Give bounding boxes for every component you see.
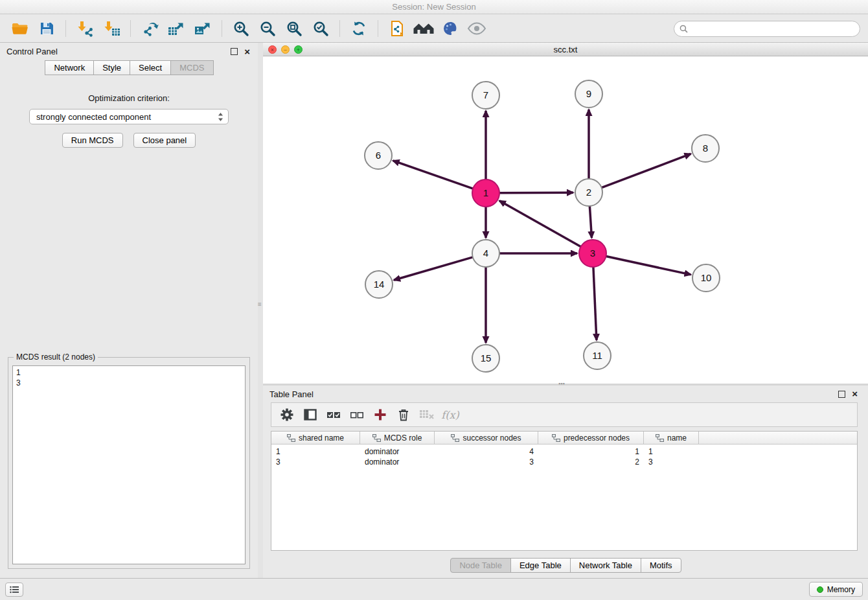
tab-mcds[interactable]: MCDS [170, 60, 213, 75]
function-builder-button[interactable]: f(x) [440, 405, 461, 424]
mcds-result-line: 3 [16, 378, 242, 388]
import-network-button[interactable] [73, 16, 97, 41]
import-network-icon [76, 20, 94, 37]
node-14[interactable]: 14 [365, 271, 393, 298]
column-header-mcds-role[interactable]: MCDS role [360, 432, 435, 444]
column-type-icon [287, 434, 295, 442]
column-header-predecessor-nodes[interactable]: predecessor nodes [538, 432, 644, 444]
float-panel-icon[interactable] [231, 48, 238, 55]
export-image-button[interactable] [190, 16, 215, 41]
table-cell: 3 [435, 457, 538, 467]
mcds-result-list: 13 [12, 365, 246, 564]
save-floppy-icon [39, 21, 54, 36]
open-session-button[interactable] [8, 16, 32, 41]
maximize-window-icon[interactable]: + [294, 45, 303, 54]
refresh-view-button[interactable] [347, 16, 371, 41]
zoom-selected-icon [312, 20, 329, 37]
edge-2-8[interactable] [602, 154, 691, 187]
delete-table-icon [419, 408, 435, 421]
export-network-button[interactable] [137, 16, 162, 41]
mcds-result-line: 1 [16, 367, 242, 378]
edge-2-3[interactable] [589, 206, 591, 238]
column-header-successor-nodes[interactable]: successor nodes [435, 432, 538, 444]
node-10[interactable]: 10 [692, 264, 720, 292]
node-7[interactable]: 7 [472, 82, 499, 109]
unselect-all-columns-button[interactable] [347, 405, 367, 424]
tab-edge-table[interactable]: Edge Table [510, 558, 571, 573]
export-table-button[interactable] [164, 16, 188, 41]
network-canvas[interactable]: 7968124314101511 [263, 56, 868, 384]
table-row[interactable]: 1dominator411 [271, 446, 857, 457]
node-15[interactable]: 15 [472, 345, 499, 372]
vertical-splitter[interactable]: ≡ [258, 43, 263, 578]
import-table-button[interactable] [99, 16, 124, 41]
table-cell: 1 [644, 447, 699, 456]
show-hide-button[interactable] [464, 16, 489, 41]
zoom-out-button[interactable] [255, 16, 280, 41]
tab-network-table[interactable]: Network Table [570, 558, 641, 573]
edge-1-2[interactable] [499, 192, 573, 193]
network-from-selection-button[interactable] [385, 16, 409, 41]
fx-icon: f(x) [441, 409, 459, 421]
zoom-fit-button[interactable] [282, 16, 306, 41]
run-mcds-button[interactable]: Run MCDS [62, 133, 123, 148]
close-mcds-panel-button[interactable]: Close panel [133, 133, 196, 148]
close-panel-icon[interactable]: × [244, 49, 250, 55]
control-panel-tabs: NetworkStyleSelectMCDS [0, 60, 258, 75]
show-column-button[interactable] [300, 405, 321, 424]
column-header-name[interactable]: name [644, 432, 699, 444]
table-panel-tabs: Node TableEdge TableNetwork TableMotifs [263, 558, 868, 573]
tab-motifs[interactable]: Motifs [641, 558, 681, 573]
select-all-columns-button[interactable] [323, 405, 344, 424]
edge-3-1[interactable] [499, 201, 581, 247]
edge-1-6[interactable] [393, 161, 474, 189]
edge-4-14[interactable] [394, 257, 473, 280]
tab-select[interactable]: Select [130, 60, 171, 75]
table-cell: 1 [271, 447, 360, 456]
apply-style-button[interactable] [438, 16, 463, 41]
search-box [674, 21, 860, 37]
table-row[interactable]: 3dominator323 [271, 457, 857, 467]
delete-column-button[interactable] [393, 405, 414, 424]
node-6[interactable]: 6 [365, 142, 392, 169]
node-11[interactable]: 11 [584, 342, 611, 369]
node-8[interactable]: 8 [692, 135, 719, 162]
window-title: Session: New Session [392, 2, 475, 12]
close-window-icon[interactable]: × [268, 45, 277, 54]
first-neighbors-button[interactable] [411, 16, 436, 41]
float-panel-icon[interactable] [838, 391, 845, 398]
edge-3-11[interactable] [593, 267, 597, 340]
node-1[interactable]: 1 [472, 179, 499, 207]
column-header-shared-name[interactable]: shared name [271, 432, 360, 444]
zoom-selected-button[interactable] [308, 16, 333, 41]
control-panel-title: Control Panel [6, 47, 58, 56]
new-column-button[interactable] [370, 405, 391, 424]
column-panel-icon [303, 408, 317, 422]
tab-network[interactable]: Network [45, 60, 94, 75]
save-session-button[interactable] [34, 16, 59, 41]
close-panel-icon[interactable]: × [852, 391, 858, 397]
table-mode-button[interactable] [277, 405, 297, 424]
node-9[interactable]: 9 [575, 80, 602, 108]
table-cell: 3 [271, 457, 360, 467]
zoom-in-button[interactable] [229, 16, 253, 41]
delete-table-button[interactable] [417, 405, 437, 424]
column-header-label: shared name [299, 433, 344, 443]
window-titlebar: Session: New Session [0, 0, 868, 14]
open-folder-icon [11, 21, 29, 36]
minimize-window-icon[interactable]: − [281, 45, 290, 54]
tab-style[interactable]: Style [93, 60, 130, 75]
memory-button[interactable]: Memory [809, 582, 863, 597]
search-input[interactable] [674, 21, 860, 37]
search-icon [680, 25, 688, 33]
optimization-criterion-select[interactable]: strongly connected component [29, 109, 229, 124]
tab-node-table[interactable]: Node Table [450, 558, 511, 573]
node-2[interactable]: 2 [575, 179, 602, 206]
edge-3-10[interactable] [606, 256, 691, 274]
control-panel: Control Panel × NetworkStyleSelectMCDS O… [0, 43, 258, 578]
list-icon [10, 586, 19, 594]
status-menu-button[interactable] [5, 583, 23, 597]
node-4[interactable]: 4 [472, 240, 499, 267]
node-3[interactable]: 3 [579, 240, 606, 267]
table-body: 1dominator4113dominator323 [271, 444, 857, 467]
